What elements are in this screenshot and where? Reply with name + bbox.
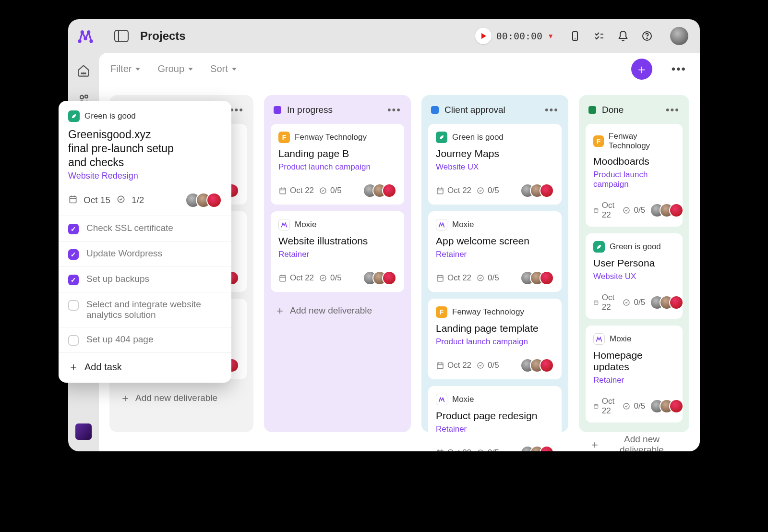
card-project[interactable]: Retainer	[593, 375, 675, 385]
nav-home-icon[interactable]	[75, 62, 92, 80]
subtask-row[interactable]: Set up 404 page	[59, 327, 231, 353]
page-title: Projects	[140, 29, 186, 43]
card-project[interactable]: Website UX	[593, 272, 675, 281]
add-button[interactable]: ＋	[631, 59, 652, 80]
card-assignees[interactable]	[520, 446, 554, 451]
moxie-icon	[278, 219, 290, 230]
card-project[interactable]: Retainer	[278, 250, 396, 259]
checkbox[interactable]	[68, 335, 79, 346]
tasks-icon[interactable]	[593, 29, 605, 43]
board-toolbar: Filter Group Sort ＋ •••	[99, 53, 700, 85]
plus-icon: ＋	[589, 437, 600, 451]
card-client: Green is good	[436, 132, 554, 143]
popover-client: Green is good	[59, 110, 231, 122]
subtask-row[interactable]: Check SSL certificate	[59, 216, 231, 242]
deliverable-card[interactable]: FFenway Technology Moodboards Product la…	[586, 124, 683, 227]
plus-icon: ＋	[120, 391, 131, 405]
card-project[interactable]: Website UX	[436, 162, 554, 172]
checkbox[interactable]	[68, 249, 79, 260]
checkbox[interactable]	[68, 224, 79, 234]
deliverable-card[interactable]: FFenway Technology Landing page B Produc…	[271, 124, 404, 205]
card-assignees[interactable]	[650, 295, 684, 310]
app-logo[interactable]	[76, 26, 95, 46]
column-header: Done •••	[586, 102, 683, 117]
deliverable-card[interactable]: Green is good User Persona Website UX Oc…	[586, 233, 683, 319]
panel-toggle-icon[interactable]	[114, 30, 129, 42]
card-project[interactable]: Product launch campaign	[593, 170, 675, 189]
add-deliverable-button[interactable]: ＋Add new deliverable	[586, 429, 683, 451]
deliverable-card[interactable]: FFenway Technology Landing page template…	[428, 299, 562, 379]
popover-task-list: Check SSL certificateUpdate WordpressSet…	[59, 216, 231, 353]
card-project[interactable]: Product launch campaign	[436, 337, 554, 347]
column-status-dot	[588, 106, 596, 114]
card-assignees[interactable]	[520, 271, 554, 285]
card-title: App welcome screen	[436, 235, 554, 247]
svg-rect-66	[594, 301, 598, 305]
card-assignees[interactable]	[650, 399, 684, 413]
subtask-label: Set up 404 page	[86, 334, 153, 345]
card-assignees[interactable]	[520, 358, 554, 373]
card-client: Moxie	[278, 219, 396, 230]
column-inprogress: In progress ••• FFenway Technology Landi…	[264, 95, 411, 432]
task-detail-popover: Green is good Greenisgood.xyz final pre-…	[59, 101, 231, 383]
sort-dropdown[interactable]: Sort	[210, 63, 237, 74]
checkbox[interactable]	[68, 275, 79, 285]
card-title: Homepage updates	[593, 350, 675, 373]
leaf-icon	[436, 132, 447, 143]
add-deliverable-button[interactable]: ＋Add new deliverable	[116, 386, 247, 407]
column-more-icon[interactable]: •••	[230, 104, 244, 116]
add-task-button[interactable]: ＋Add task	[59, 353, 231, 383]
notifications-icon[interactable]	[617, 29, 629, 43]
card-date: Oct 22	[436, 273, 471, 283]
column-more-icon[interactable]: •••	[666, 104, 680, 116]
popover-progress: 1/2	[132, 195, 144, 206]
timer-dropdown[interactable]: ▼	[547, 32, 554, 40]
column-more-icon[interactable]: •••	[545, 104, 559, 116]
client-icon: F	[278, 132, 290, 143]
subtask-row[interactable]: Update Wordpress	[59, 242, 231, 267]
card-client: FFenway Technology	[278, 132, 396, 143]
subtask-row[interactable]: Set up backups	[59, 267, 231, 292]
deliverable-card[interactable]: Green is good Journey Maps Website UX Oc…	[428, 124, 562, 205]
card-assignees[interactable]	[363, 271, 396, 285]
card-assignees[interactable]	[650, 203, 684, 218]
deliverable-card[interactable]: Moxie Product page redesign Retainer Oct…	[428, 386, 562, 451]
deliverable-card[interactable]: Moxie Homepage updates Retainer Oct 22 0…	[586, 326, 683, 423]
card-title: Landing page B	[278, 148, 396, 159]
svg-rect-36	[280, 276, 286, 281]
filter-dropdown[interactable]: Filter	[110, 63, 140, 74]
card-progress: 0/5	[319, 273, 342, 283]
svg-point-11	[82, 73, 83, 73]
card-progress: 0/5	[476, 361, 499, 370]
nav-workspace-tile[interactable]	[75, 423, 92, 440]
help-icon[interactable]	[641, 29, 653, 43]
subtask-row[interactable]: Select and integrate website analytics s…	[59, 292, 231, 327]
current-user-avatar[interactable]	[670, 27, 688, 45]
column-more-icon[interactable]: •••	[387, 104, 401, 116]
deliverable-card[interactable]: Moxie App welcome screen Retainer Oct 22…	[428, 211, 562, 292]
add-deliverable-button[interactable]: ＋Add new deliverable	[271, 299, 404, 320]
moxie-icon	[436, 219, 447, 230]
board-more-icon[interactable]: •••	[670, 62, 688, 76]
subtask-label: Update Wordpress	[86, 248, 162, 259]
card-project[interactable]: Product launch campaign	[278, 162, 396, 172]
popover-title: Greenisgood.xyz final pre-launch setup a…	[59, 128, 183, 169]
leaf-icon	[593, 241, 605, 253]
card-project[interactable]: Retainer	[436, 250, 554, 259]
popover-project[interactable]: Website Redesign	[59, 171, 231, 181]
mobile-icon[interactable]	[569, 29, 581, 43]
deliverable-card[interactable]: Moxie Website illustrations Retainer Oct…	[271, 211, 404, 292]
svg-rect-46	[437, 276, 443, 281]
card-assignees[interactable]	[520, 183, 554, 198]
card-client: Moxie	[436, 219, 554, 230]
timer-play-button[interactable]	[475, 28, 492, 44]
group-dropdown[interactable]: Group	[157, 63, 193, 74]
svg-point-14	[80, 95, 84, 98]
popover-date: Oct 15	[84, 195, 110, 206]
svg-rect-41	[437, 188, 443, 194]
card-project[interactable]: Retainer	[436, 424, 554, 434]
popover-assignees[interactable]	[190, 193, 222, 208]
card-assignees[interactable]	[363, 183, 396, 198]
checkbox[interactable]	[68, 300, 79, 311]
plus-icon: ＋	[275, 303, 285, 318]
